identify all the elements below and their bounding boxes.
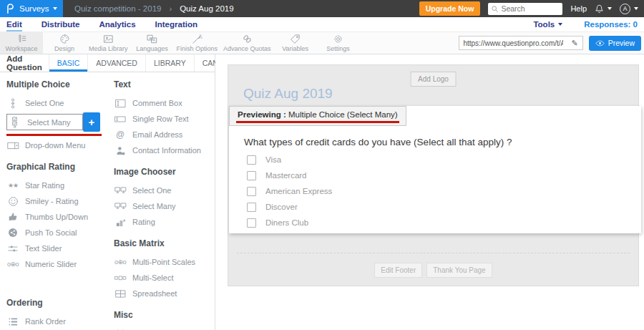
help-link[interactable]: Help: [570, 4, 587, 13]
question-type-multi-select[interactable]: Multi-Select: [114, 270, 214, 286]
comment-box-icon: [114, 99, 127, 108]
previewing-label-tab: Previewing : Multiple Choice (Select Man…: [229, 106, 406, 126]
svg-text:a: a: [149, 36, 151, 40]
panel-tab-advanced[interactable]: ADVANCED: [87, 54, 145, 72]
section-divider: [237, 253, 630, 253]
question-type-image-select-one[interactable]: Select One: [114, 183, 214, 198]
breadcrumb-parent[interactable]: Quiz competition - 2019: [74, 4, 161, 13]
question-type-spreadsheet[interactable]: Spreadsheet: [114, 286, 214, 301]
questionpro-logo-icon: [5, 4, 15, 14]
panel-tab-basic[interactable]: BASIC: [49, 54, 88, 72]
caret-down-icon: [558, 23, 562, 26]
account-menu[interactable]: A: [620, 4, 638, 14]
search-input[interactable]: [501, 4, 560, 13]
option-label: Visa: [265, 155, 281, 164]
option-label: Mastercard: [265, 171, 307, 180]
survey-title[interactable]: Quiz Aug 2019: [243, 86, 333, 102]
option-checkbox[interactable]: [247, 187, 256, 196]
question-type-select-many[interactable]: Select Many: [6, 114, 83, 130]
edit-url-icon[interactable]: ✎: [567, 39, 582, 48]
nav-tab-distribute[interactable]: Distribute: [42, 17, 80, 31]
numeric-slider-icon: o⊕o: [6, 261, 19, 268]
edit-footer-button[interactable]: Edit Footer: [374, 263, 422, 278]
toolbar-item-variables[interactable]: Variables: [274, 32, 317, 54]
question-type-single-row-text[interactable]: Single Row Text: [114, 111, 214, 127]
question-type-image-select-many[interactable]: Select Many: [114, 198, 214, 214]
question-type-select-many-highlighted: Select Many +: [6, 112, 114, 136]
nav-tab-integration[interactable]: Integration: [155, 17, 197, 31]
magic-wand-icon: [192, 34, 203, 44]
nav-tab-analytics[interactable]: Analytics: [99, 17, 135, 31]
question-type-multi-point-scales[interactable]: o⊕o Multi-Point Scales: [114, 254, 214, 270]
option-checkbox[interactable]: [247, 171, 256, 180]
surveys-label: Surveys: [19, 4, 49, 13]
previewing-underline: [236, 121, 399, 123]
question-type-dropdown-menu[interactable]: Drop-down Menu: [6, 137, 114, 153]
option-label: Discover: [265, 203, 298, 211]
search-icon: [491, 5, 499, 13]
question-type-rank-order[interactable]: Rank Order: [6, 314, 114, 329]
panel-tab-library[interactable]: LIBRARY: [145, 54, 194, 72]
toolbar-item-design[interactable]: Design: [43, 32, 86, 54]
question-type-comment-box[interactable]: Comment Box: [114, 95, 214, 111]
topbar-actions: Upgrade Now Help A: [419, 1, 644, 16]
option-checkbox[interactable]: [247, 155, 256, 165]
tag-icon: [290, 34, 301, 44]
breadcrumb: Quiz competition - 2019 › Quiz Aug 2019: [74, 4, 234, 13]
toolbar-item-settings[interactable]: Settings: [317, 32, 360, 54]
highlight-underline: [6, 134, 102, 136]
question-type-image-rating[interactable]: Rating: [114, 214, 214, 230]
bell-icon: [595, 4, 604, 14]
responses-count[interactable]: Responses: 0: [584, 20, 638, 29]
footer-actions: Edit Footer Thank You Page: [228, 263, 638, 278]
multi-point-icon: o⊕o: [114, 259, 127, 266]
add-logo-button[interactable]: Add Logo: [410, 72, 457, 87]
nav-tab-edit[interactable]: Edit: [6, 17, 22, 31]
question-type-thumbs-up-down[interactable]: Thumbs Up/Down: [6, 209, 114, 225]
breadcrumb-separator: ›: [169, 4, 172, 13]
toolbar-item-media-library[interactable]: Media Library: [86, 32, 131, 54]
toolbar-item-advance-quotas[interactable]: Advance Quotas: [220, 32, 274, 54]
survey-toolbar: Workspace Design Media Library aA Langua…: [0, 32, 644, 54]
search-box[interactable]: [488, 3, 562, 15]
thank-you-page-button[interactable]: Thank You Page: [426, 263, 492, 278]
question-type-select-one[interactable]: Select One: [6, 95, 114, 111]
surveys-menu[interactable]: Surveys: [0, 0, 63, 17]
question-type-email-address[interactable]: @ Email Address: [114, 127, 214, 142]
breadcrumb-current: Quiz Aug 2019: [180, 4, 233, 13]
question-type-numeric-slider[interactable]: o⊕o Numeric Slider: [6, 256, 114, 272]
single-row-icon: [114, 116, 127, 122]
thumb-icon: [6, 212, 19, 222]
top-bar: Surveys Quiz competition - 2019 › Quiz A…: [0, 0, 644, 17]
option-row: Diners Club: [247, 215, 332, 230]
survey-url-input[interactable]: [459, 39, 567, 47]
image-rating-icon: [114, 218, 127, 227]
tools-menu[interactable]: Tools: [533, 20, 562, 29]
add-select-many-button[interactable]: +: [83, 112, 100, 132]
option-checkbox[interactable]: [247, 218, 256, 228]
option-row: Visa: [247, 152, 332, 168]
upgrade-now-button[interactable]: Upgrade Now: [419, 1, 481, 16]
preview-button[interactable]: Preview: [589, 36, 641, 51]
notifications-button[interactable]: [595, 4, 612, 14]
toolbar-item-languages[interactable]: aA Languages: [131, 32, 174, 54]
translate-icon: aA: [147, 34, 157, 44]
survey-preview-area: Add Logo Quiz Aug 2019 Previewing : Mult…: [215, 54, 644, 330]
question-type-push-to-social[interactable]: Push To Social: [6, 225, 114, 241]
svg-text:A: A: [153, 38, 156, 42]
main-nav: Edit Distribute Analytics Integration To…: [0, 17, 644, 32]
toolbar-item-finish-options[interactable]: Finish Options: [174, 32, 221, 54]
question-type-date-time[interactable]: Date / Time: [114, 326, 214, 330]
option-row: Mastercard: [247, 168, 332, 183]
image-pair-icon: [114, 203, 127, 210]
question-type-smiley-rating[interactable]: Smiley - Rating: [6, 193, 114, 209]
spreadsheet-icon: [114, 290, 127, 298]
question-type-contact-information[interactable]: Contact Information: [114, 142, 214, 158]
toolbar-item-workspace[interactable]: Workspace: [0, 32, 43, 54]
option-checkbox[interactable]: [247, 203, 256, 212]
radio-stack-icon: [6, 98, 19, 109]
question-type-star-rating[interactable]: ★★ Star Rating: [6, 178, 114, 193]
question-type-text-slider[interactable]: Text Slider: [6, 241, 114, 256]
smiley-icon: [6, 196, 19, 207]
section-text: Text: [114, 79, 214, 89]
